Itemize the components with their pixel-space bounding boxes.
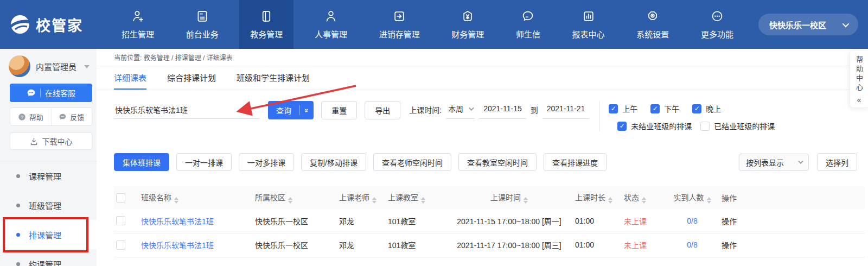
table-row: 快快乐乐软笔书法1班 快快乐乐一校区 邓龙 101教室 2021-11-15 1…: [114, 209, 865, 233]
group-class-schedule-button[interactable]: 集体班排课: [114, 153, 169, 171]
select-all-checkbox[interactable]: [116, 193, 125, 202]
date-to-input[interactable]: 2021-11-21: [542, 101, 590, 119]
duration-cell: 01:00: [573, 233, 622, 257]
sidebar-item-classes[interactable]: 班级管理: [0, 191, 97, 220]
nav-label: 师生信: [516, 28, 540, 40]
checkbox-label: 下午: [664, 103, 679, 114]
online-service-button[interactable]: 在线客服: [10, 84, 92, 102]
copy-move-schedule-button[interactable]: 复制/移动排课: [301, 153, 366, 171]
checkbox-label: 晚上: [706, 103, 721, 114]
download-center-button[interactable]: 下载中心: [10, 132, 92, 150]
sidebar-item-scheduling[interactable]: 排课管理: [0, 220, 97, 249]
sort-icon: [524, 197, 528, 204]
double-chevron-down-icon: »: [303, 108, 311, 112]
user-menu[interactable]: 内置管理员: [0, 49, 97, 77]
one-on-one-schedule-button[interactable]: 一对一排课: [176, 153, 232, 171]
display-mode-value: 按列表显示: [746, 157, 784, 168]
column-header-time[interactable]: 上课时间: [445, 186, 573, 209]
nav-item-reports[interactable]: 报表中心: [561, 0, 616, 49]
attendance-link[interactable]: 0/8: [687, 217, 697, 225]
nav-item-hr[interactable]: 人事管理: [304, 0, 358, 49]
nav-label: 人事管理: [315, 28, 347, 40]
tab-detailed-schedule[interactable]: 详细课表: [114, 66, 146, 90]
period-value: 本周: [448, 103, 463, 114]
column-header-teacher[interactable]: 上课老师: [337, 186, 386, 209]
checkbox-ongoing-classes[interactable]: 未结业班级的排课: [617, 121, 692, 131]
column-header-attendance[interactable]: 实到人数: [665, 186, 719, 209]
row-checkbox[interactable]: [116, 216, 125, 225]
room-free-time-button[interactable]: 查看教室空闲时间: [458, 153, 537, 171]
breadcrumb: 当前位置: 教务管理 / 排课管理 / 详细课表: [97, 49, 868, 66]
nav-label: 报表中心: [572, 28, 605, 40]
column-header-status[interactable]: 状态: [622, 186, 665, 209]
help-center-tab[interactable]: 帮助中心 «: [850, 50, 868, 108]
nav-item-frontdesk[interactable]: 前台业务: [175, 0, 229, 49]
schedule-progress-button[interactable]: 查看排课进度: [544, 153, 607, 171]
download-icon: [30, 137, 38, 145]
column-header-room[interactable]: 上课教室: [386, 186, 445, 209]
checkbox-morning[interactable]: 上午: [609, 103, 637, 114]
sort-icon: [174, 197, 178, 204]
nav-item-finance[interactable]: 财务管理: [441, 0, 495, 49]
checkbox-evening[interactable]: 晚上: [692, 103, 721, 114]
checkbox-icon: [617, 122, 627, 131]
nav-item-academic[interactable]: 教务管理: [239, 0, 293, 49]
checkbox-icon: [692, 104, 701, 113]
checkbox-label: 已结业班级的排课: [714, 121, 775, 131]
checkbox-label: 上午: [622, 103, 637, 114]
class-name-link[interactable]: 快快乐乐软笔书法1班: [141, 217, 214, 226]
period-select[interactable]: 本周: [446, 101, 475, 119]
attendance-link[interactable]: 0/8: [687, 240, 697, 249]
class-search-input[interactable]: [114, 101, 259, 119]
class-time-label: 上课时间:: [409, 101, 442, 119]
column-header-class-name[interactable]: 班级名称: [139, 186, 253, 209]
row-checkbox[interactable]: [116, 240, 125, 250]
checkbox-finished-classes[interactable]: 已结业班级的排课: [700, 121, 775, 131]
nav-item-inventory[interactable]: 进销存管理: [368, 0, 431, 49]
chevron-down-icon: [469, 105, 474, 111]
one-to-many-schedule-button[interactable]: 一对多排课: [239, 153, 294, 171]
main-nav: 招生管理 前台业务 教务管理 人事管理 进销存管理 财务管理 师生信 报表中心: [108, 0, 758, 49]
query-dropdown-toggle[interactable]: »: [300, 106, 314, 115]
column-header-duration[interactable]: 上课时长: [573, 186, 622, 209]
campus-selector[interactable]: 快快乐乐一校区: [758, 14, 858, 35]
sidebar-item-courses[interactable]: 课程管理: [0, 161, 97, 191]
display-mode-select[interactable]: 按列表显示: [739, 154, 809, 171]
tab-class-student-plan[interactable]: 班级和学生排课计划: [237, 66, 310, 90]
help-center-label: 帮助中心: [854, 56, 864, 93]
sort-icon: [642, 197, 646, 204]
checkbox-afternoon[interactable]: 下午: [650, 103, 679, 114]
top-navigation: 校管家 招生管理 前台业务 教务管理 人事管理 进销存管理 财务管理 师生信: [0, 0, 868, 49]
nav-item-enrollment[interactable]: 招生管理: [111, 0, 165, 49]
sidebar-item-booking[interactable]: 约课管理: [0, 249, 97, 266]
nav-item-messages[interactable]: 师生信: [505, 0, 551, 49]
column-header-campus[interactable]: 所属校区: [253, 186, 337, 209]
date-from-input[interactable]: 2021-11-15: [479, 101, 526, 119]
academic-icon: [259, 9, 273, 23]
time-cell: 2021-11-17 17:00~18:00 [周三]: [445, 233, 573, 257]
class-name-link[interactable]: 快快乐乐软笔书法1班: [141, 241, 214, 250]
query-split-button[interactable]: 查询 »: [268, 101, 314, 119]
select-columns-button[interactable]: 选择列: [817, 153, 857, 171]
tab-comprehensive-plan[interactable]: 综合排课计划: [167, 66, 216, 90]
sort-icon: [288, 197, 292, 204]
finance-icon: [461, 9, 475, 23]
brand-logo: 校管家: [0, 0, 108, 49]
nav-item-more[interactable]: 更多功能: [690, 0, 744, 49]
export-button[interactable]: 导出: [365, 101, 400, 119]
bullet-dot-icon: [16, 233, 20, 237]
row-action-menu[interactable]: 操作: [722, 241, 737, 250]
teacher-free-time-button[interactable]: 查看老师空闲时间: [373, 153, 451, 171]
row-action-menu[interactable]: 操作: [722, 217, 737, 226]
feedback-button[interactable]: 反馈: [51, 108, 92, 125]
reset-button[interactable]: 重置: [321, 101, 357, 119]
class-status-checkboxes: 未结业班级的排课 已结业班级的排课: [617, 121, 775, 131]
query-label: 查询: [268, 105, 299, 116]
sidebar-menu: 课程管理 班级管理 排课管理 约课管理: [0, 161, 97, 266]
help-button[interactable]: ? 帮助: [10, 108, 51, 125]
collapse-icon: «: [857, 96, 861, 104]
nav-item-settings[interactable]: 系统设置: [626, 0, 680, 49]
nav-label: 进销存管理: [379, 28, 420, 40]
person-add-icon: [131, 9, 145, 23]
help-feedback-group: ? 帮助 反馈: [10, 107, 92, 126]
